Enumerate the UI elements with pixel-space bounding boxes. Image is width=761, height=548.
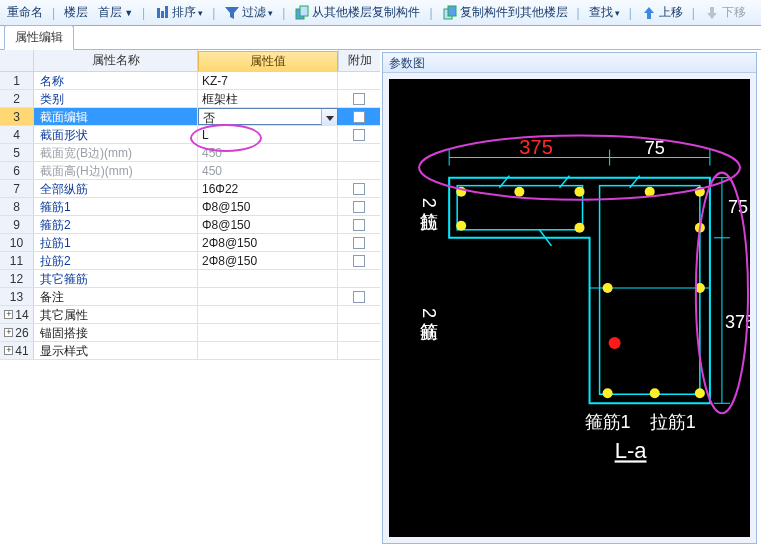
sort-icon [154, 5, 170, 21]
tab-property-edit[interactable]: 属性编辑 [4, 25, 74, 50]
table-row[interactable]: 6截面高(H边)(mm)450 [0, 162, 380, 180]
svg-rect-1 [300, 6, 308, 16]
table-row[interactable]: +14其它属性 [0, 306, 380, 324]
property-value[interactable]: 16Φ22 [198, 180, 338, 197]
rename-button[interactable]: 重命名 [4, 2, 46, 23]
property-name: 名称 [34, 72, 198, 89]
copy-to-button[interactable]: 复制构件到其他楼层 [439, 2, 571, 23]
svg-point-24 [603, 283, 613, 293]
table-row[interactable]: +26锚固搭接 [0, 324, 380, 342]
row-number: 2 [0, 90, 34, 107]
extra-cell [338, 324, 380, 341]
extra-cell [338, 270, 380, 287]
table-row[interactable]: +41显示样式 [0, 342, 380, 360]
table-row[interactable]: 1名称KZ-7 [0, 72, 380, 90]
preview-title: 参数图 [383, 53, 756, 73]
col-header-name[interactable]: 属性名称 [34, 50, 198, 71]
property-value[interactable]: L [198, 126, 338, 143]
property-name: 其它属性 [34, 306, 198, 323]
row-number: 3 [0, 108, 34, 125]
preview-pane: 参数图 375 75 75 [382, 52, 757, 544]
checkbox[interactable] [353, 111, 365, 123]
table-row[interactable]: 5截面宽(B边)(mm)450 [0, 144, 380, 162]
label-lajin1: 拉筋1 [650, 412, 696, 432]
checkbox[interactable] [353, 255, 365, 267]
property-value[interactable]: 450 [198, 144, 338, 161]
svg-rect-3 [448, 6, 456, 16]
svg-point-18 [514, 187, 524, 197]
property-grid: 属性名称 属性值 附加 1名称KZ-72类别框架柱3截面编辑否4截面形状L5截面… [0, 50, 380, 548]
property-value[interactable]: 450 [198, 162, 338, 179]
extra-cell [338, 180, 380, 197]
svg-point-28 [695, 388, 705, 398]
tab-strip: 属性编辑 [0, 26, 761, 50]
label-gujin2: 箍筋2 [419, 308, 439, 341]
extra-cell [338, 342, 380, 359]
sort-button[interactable]: 排序▾ [151, 2, 206, 23]
filter-button[interactable]: 过滤▾ [221, 2, 276, 23]
expand-icon[interactable]: + [4, 328, 13, 337]
row-number: +14 [0, 306, 34, 323]
expand-icon[interactable]: + [4, 310, 13, 319]
row-number: 1 [0, 72, 34, 89]
extra-cell [338, 306, 380, 323]
move-down-button: 下移 [701, 2, 749, 23]
arrow-down-icon [704, 5, 720, 21]
move-up-button[interactable]: 上移 [638, 2, 686, 23]
floor-select[interactable]: 首层▼ [95, 2, 136, 23]
table-row[interactable]: 2类别框架柱 [0, 90, 380, 108]
checkbox[interactable] [353, 219, 365, 231]
arrow-up-icon [641, 5, 657, 21]
svg-point-22 [456, 221, 466, 231]
table-row[interactable]: 4截面形状L [0, 126, 380, 144]
dim-375-top: 375 [519, 136, 552, 158]
table-row[interactable]: 8箍筋1Φ8@150 [0, 198, 380, 216]
property-name: 显示样式 [34, 342, 198, 359]
property-name: 备注 [34, 288, 198, 305]
checkbox[interactable] [353, 201, 365, 213]
row-number: 5 [0, 144, 34, 161]
table-row[interactable]: 9箍筋2Φ8@150 [0, 216, 380, 234]
table-row[interactable]: 11拉筋22Φ8@150 [0, 252, 380, 270]
property-value[interactable]: Φ8@150 [198, 198, 338, 215]
checkbox[interactable] [353, 291, 365, 303]
property-value[interactable] [198, 306, 338, 323]
table-row[interactable]: 13备注 [0, 288, 380, 306]
property-value[interactable] [198, 288, 338, 305]
property-value[interactable]: 框架柱 [198, 90, 338, 107]
row-number: 6 [0, 162, 34, 179]
property-name: 拉筋1 [34, 234, 198, 251]
property-value[interactable] [198, 324, 338, 341]
table-row[interactable]: 12其它箍筋 [0, 270, 380, 288]
col-header-value[interactable]: 属性值 [198, 51, 338, 71]
property-name: 截面形状 [34, 126, 198, 143]
property-value[interactable] [198, 270, 338, 287]
table-row[interactable]: 3截面编辑否 [0, 108, 380, 126]
label-lajin2: 拉筋2 [419, 198, 439, 231]
property-value[interactable]: KZ-7 [198, 72, 338, 89]
extra-cell [338, 126, 380, 143]
row-number: 8 [0, 198, 34, 215]
table-row[interactable]: 7全部纵筋16Φ22 [0, 180, 380, 198]
property-value[interactable] [198, 342, 338, 359]
filter-icon [224, 5, 240, 21]
svg-point-23 [575, 223, 585, 233]
row-number: 12 [0, 270, 34, 287]
find-button[interactable]: 查找▾ [586, 2, 623, 23]
preview-canvas[interactable]: 375 75 75 375 [389, 79, 750, 537]
property-value[interactable]: 2Φ8@150 [198, 234, 338, 251]
checkbox[interactable] [353, 93, 365, 105]
table-row[interactable]: 10拉筋12Φ8@150 [0, 234, 380, 252]
col-header-extra[interactable]: 附加 [338, 50, 380, 71]
dropdown-button[interactable] [321, 109, 337, 126]
property-value[interactable]: Φ8@150 [198, 216, 338, 233]
property-value[interactable]: 2Φ8@150 [198, 252, 338, 269]
checkbox[interactable] [353, 183, 365, 195]
extra-cell [338, 162, 380, 179]
property-value[interactable]: 否 [198, 108, 338, 125]
expand-icon[interactable]: + [4, 346, 13, 355]
row-number: 9 [0, 216, 34, 233]
copy-from-button[interactable]: 从其他楼层复制构件 [291, 2, 423, 23]
checkbox[interactable] [353, 237, 365, 249]
checkbox[interactable] [353, 129, 365, 141]
